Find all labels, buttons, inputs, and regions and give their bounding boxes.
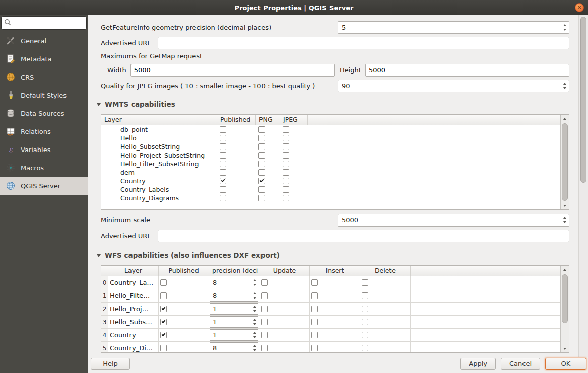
wmts-png-checkbox[interactable] xyxy=(258,161,265,167)
cancel-button[interactable]: Cancel xyxy=(501,358,540,370)
wfs-row-index[interactable]: 5 xyxy=(101,342,108,352)
wmts-published-checkbox[interactable] xyxy=(220,161,226,167)
spin-up-icon[interactable] xyxy=(563,217,566,219)
spin-up-icon[interactable] xyxy=(563,24,566,26)
wmts-row[interactable]: Country_Labels xyxy=(101,185,560,194)
scroll-down-button[interactable] xyxy=(561,345,569,352)
wfs-row-index[interactable]: 4 xyxy=(101,329,108,341)
spin-up-icon[interactable] xyxy=(253,306,256,308)
wfs-update-checkbox[interactable] xyxy=(261,319,268,325)
wmts-png-checkbox[interactable] xyxy=(258,135,265,141)
wfs-delete-checkbox[interactable] xyxy=(362,319,368,325)
wmts-column-header[interactable]: Layer xyxy=(101,115,217,125)
wfs-row[interactable]: 4Country1 xyxy=(101,329,560,342)
spin-up-icon[interactable] xyxy=(253,345,256,347)
wmts-jpeg-checkbox[interactable] xyxy=(283,169,289,176)
wfs-published-checkbox[interactable] xyxy=(160,279,167,286)
wmts-png-checkbox[interactable] xyxy=(258,143,265,150)
minimum-scale-spinbox[interactable]: 5000 xyxy=(338,214,569,227)
wmts-jpeg-checkbox[interactable] xyxy=(283,178,289,184)
wfs-published-checkbox[interactable] xyxy=(160,292,167,299)
sidebar-item-crs[interactable]: CRS xyxy=(0,68,88,86)
scroll-thumb[interactable] xyxy=(562,123,568,201)
sidebar-item-metadata[interactable]: Metadata xyxy=(0,50,88,68)
spin-up-icon[interactable] xyxy=(253,292,256,294)
main-scrollbar[interactable] xyxy=(578,15,588,357)
wfs-column-header[interactable]: Delete xyxy=(360,266,411,276)
sidebar-item-relations[interactable]: Relations xyxy=(0,122,88,140)
scroll-down-button[interactable] xyxy=(561,202,569,209)
wmts-jpeg-checkbox[interactable] xyxy=(283,161,289,167)
wfs-delete-checkbox[interactable] xyxy=(362,345,368,351)
spin-down-icon[interactable] xyxy=(253,310,256,312)
wfs-row[interactable]: 5Country_Di…8 xyxy=(101,342,560,352)
wmts-published-checkbox[interactable] xyxy=(220,169,226,176)
help-button[interactable]: Help xyxy=(91,358,130,370)
spin-down-icon[interactable] xyxy=(253,323,256,325)
sidebar-item-qgis-server[interactable]: QGIS Server xyxy=(0,177,88,195)
wmts-png-checkbox[interactable] xyxy=(258,186,265,193)
spin-buttons[interactable] xyxy=(561,80,569,92)
wmts-advertised-url-input[interactable] xyxy=(158,230,569,242)
wmts-published-checkbox[interactable] xyxy=(220,126,226,133)
wmts-published-checkbox[interactable] xyxy=(220,186,226,193)
wmts-jpeg-checkbox[interactable] xyxy=(283,135,289,141)
wmts-row[interactable]: Hello xyxy=(101,134,560,142)
sidebar-item-variables[interactable]: εVariables xyxy=(0,140,88,159)
spin-buttons[interactable] xyxy=(251,343,258,352)
wmts-row[interactable]: Hello_Project_SubsetString xyxy=(101,151,560,160)
wmts-scrollbar[interactable] xyxy=(560,115,569,209)
wmts-published-checkbox[interactable] xyxy=(220,195,226,201)
sidebar-item-general[interactable]: General xyxy=(0,32,88,50)
wmts-png-checkbox[interactable] xyxy=(258,126,265,133)
sidebar-item-default-styles[interactable]: Default Styles xyxy=(0,86,88,104)
apply-button[interactable]: Apply xyxy=(460,358,496,370)
spin-up-icon[interactable] xyxy=(253,319,256,321)
wmts-column-header[interactable]: JPEG xyxy=(280,115,308,125)
wfs-published-checkbox[interactable] xyxy=(160,332,167,338)
wfs-update-checkbox[interactable] xyxy=(261,345,268,351)
wfs-scrollbar[interactable] xyxy=(560,266,569,352)
wfs-precision-spinbox[interactable]: 8 xyxy=(210,342,258,352)
wmts-row[interactable]: dem xyxy=(101,168,560,177)
wmts-section-header[interactable]: WMTS capabilities xyxy=(97,100,569,108)
wfs-published-checkbox[interactable] xyxy=(160,319,167,325)
wfs-published-checkbox[interactable] xyxy=(160,306,167,312)
wfs-column-header[interactable]: precision (deci xyxy=(209,266,259,276)
wfs-insert-checkbox[interactable] xyxy=(311,306,318,312)
wfs-update-checkbox[interactable] xyxy=(261,279,268,286)
main-scrollbar-thumb[interactable] xyxy=(580,17,586,183)
scroll-thumb[interactable] xyxy=(562,274,568,323)
spin-down-icon[interactable] xyxy=(253,336,256,338)
wfs-delete-checkbox[interactable] xyxy=(362,279,368,286)
spin-up-icon[interactable] xyxy=(253,332,256,334)
wfs-precision-spinbox[interactable]: 8 xyxy=(210,277,258,288)
sidebar-item-data-sources[interactable]: Data Sources xyxy=(0,104,88,122)
wfs-insert-checkbox[interactable] xyxy=(311,345,318,351)
scroll-track[interactable] xyxy=(561,122,569,202)
spin-down-icon[interactable] xyxy=(563,221,566,223)
close-button[interactable]: ✕ xyxy=(575,3,584,12)
wfs-delete-checkbox[interactable] xyxy=(362,332,368,338)
wfs-delete-checkbox[interactable] xyxy=(362,306,368,312)
wfs-row-index[interactable]: 0 xyxy=(101,276,108,289)
wmts-png-checkbox[interactable] xyxy=(258,178,265,184)
wfs-precision-spinbox[interactable]: 1 xyxy=(210,329,258,341)
wmts-column-header[interactable]: PNG xyxy=(256,115,280,125)
spin-buttons[interactable] xyxy=(561,214,569,226)
spin-up-icon[interactable] xyxy=(563,83,566,85)
wfs-row-index[interactable]: 2 xyxy=(101,303,108,315)
wfs-insert-checkbox[interactable] xyxy=(311,319,318,325)
ok-button[interactable]: OK xyxy=(545,358,586,370)
wmts-jpeg-checkbox[interactable] xyxy=(283,186,289,193)
wmts-row[interactable]: Hello_SubsetString xyxy=(101,142,560,151)
wfs-published-checkbox[interactable] xyxy=(160,345,167,351)
wfs-delete-checkbox[interactable] xyxy=(362,292,368,299)
wfs-precision-spinbox[interactable]: 1 xyxy=(210,316,258,328)
wfs-row[interactable]: 1Hello_Filte…8 xyxy=(101,289,560,303)
wmts-png-checkbox[interactable] xyxy=(258,169,265,176)
wmts-jpeg-checkbox[interactable] xyxy=(283,126,289,133)
wfs-column-header[interactable]: Insert xyxy=(310,266,360,276)
wmts-published-checkbox[interactable] xyxy=(220,135,226,141)
spin-buttons[interactable] xyxy=(251,330,258,340)
